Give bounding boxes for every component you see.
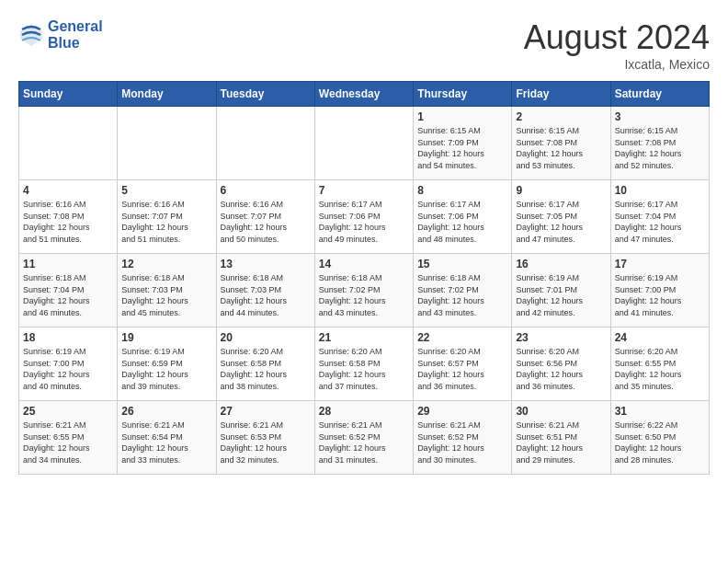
day-number: 14: [319, 258, 409, 270]
day-info: Sunrise: 6:20 AM Sunset: 6:56 PM Dayligh…: [516, 346, 606, 392]
day-number: 20: [221, 331, 311, 344]
calendar-cell: 2Sunrise: 6:15 AM Sunset: 7:08 PM Daylig…: [512, 107, 610, 180]
day-number: 31: [615, 405, 705, 418]
calendar-cell: 30Sunrise: 6:21 AM Sunset: 6:51 PM Dayli…: [512, 401, 610, 475]
header-row: SundayMondayTuesdayWednesdayThursdayFrid…: [19, 82, 710, 107]
calendar-week-row: 11Sunrise: 6:18 AM Sunset: 7:04 PM Dayli…: [19, 254, 710, 327]
day-info: Sunrise: 6:20 AM Sunset: 6:55 PM Dayligh…: [615, 346, 705, 392]
calendar-cell: 8Sunrise: 6:17 AM Sunset: 7:06 PM Daylig…: [414, 180, 512, 254]
day-info: Sunrise: 6:18 AM Sunset: 7:03 PM Dayligh…: [121, 272, 211, 318]
calendar-cell: 5Sunrise: 6:16 AM Sunset: 7:07 PM Daylig…: [118, 180, 216, 254]
calendar-cell: 3Sunrise: 6:15 AM Sunset: 7:08 PM Daylig…: [610, 107, 709, 180]
day-info: Sunrise: 6:18 AM Sunset: 7:02 PM Dayligh…: [319, 272, 409, 318]
day-info: Sunrise: 6:19 AM Sunset: 6:59 PM Dayligh…: [121, 346, 211, 392]
day-number: 4: [23, 184, 113, 197]
day-info: Sunrise: 6:21 AM Sunset: 6:55 PM Dayligh…: [23, 419, 113, 465]
day-info: Sunrise: 6:15 AM Sunset: 7:09 PM Dayligh…: [417, 125, 507, 171]
logo-subtext: Blue: [48, 35, 103, 52]
day-number: 13: [221, 258, 311, 270]
weekday-header: Thursday: [414, 82, 512, 107]
day-info: Sunrise: 6:15 AM Sunset: 7:08 PM Dayligh…: [516, 125, 606, 171]
day-number: 29: [417, 405, 507, 418]
calendar-cell: 29Sunrise: 6:21 AM Sunset: 6:52 PM Dayli…: [414, 401, 512, 475]
calendar-cell: 9Sunrise: 6:17 AM Sunset: 7:05 PM Daylig…: [512, 180, 610, 254]
calendar-cell: 26Sunrise: 6:21 AM Sunset: 6:54 PM Dayli…: [118, 401, 216, 475]
calendar-cell: 12Sunrise: 6:18 AM Sunset: 7:03 PM Dayli…: [118, 254, 216, 327]
day-info: Sunrise: 6:20 AM Sunset: 6:58 PM Dayligh…: [319, 346, 409, 392]
day-info: Sunrise: 6:16 AM Sunset: 7:08 PM Dayligh…: [23, 199, 113, 245]
calendar-week-row: 18Sunrise: 6:19 AM Sunset: 7:00 PM Dayli…: [19, 327, 710, 401]
calendar-cell: 23Sunrise: 6:20 AM Sunset: 6:56 PM Dayli…: [512, 327, 610, 401]
day-number: 25: [23, 405, 113, 418]
day-info: Sunrise: 6:21 AM Sunset: 6:54 PM Dayligh…: [121, 419, 211, 465]
page-header: General Blue August 2024 Ixcatla, Mexico: [18, 18, 710, 72]
calendar-cell: 18Sunrise: 6:19 AM Sunset: 7:00 PM Dayli…: [19, 327, 118, 401]
calendar-week-row: 4Sunrise: 6:16 AM Sunset: 7:08 PM Daylig…: [19, 180, 710, 254]
day-number: 24: [615, 331, 705, 344]
day-info: Sunrise: 6:21 AM Sunset: 6:52 PM Dayligh…: [319, 419, 409, 465]
calendar-week-row: 25Sunrise: 6:21 AM Sunset: 6:55 PM Dayli…: [19, 401, 710, 475]
day-number: 5: [121, 184, 211, 197]
day-info: Sunrise: 6:18 AM Sunset: 7:04 PM Dayligh…: [23, 272, 113, 318]
day-number: 11: [23, 258, 113, 270]
day-info: Sunrise: 6:16 AM Sunset: 7:07 PM Dayligh…: [221, 199, 311, 245]
day-number: 16: [516, 258, 606, 270]
calendar-cell: 16Sunrise: 6:19 AM Sunset: 7:01 PM Dayli…: [512, 254, 610, 327]
day-info: Sunrise: 6:18 AM Sunset: 7:02 PM Dayligh…: [417, 272, 507, 318]
logo-icon: [18, 22, 44, 48]
calendar-cell: 15Sunrise: 6:18 AM Sunset: 7:02 PM Dayli…: [414, 254, 512, 327]
calendar-cell: 31Sunrise: 6:22 AM Sunset: 6:50 PM Dayli…: [610, 401, 709, 475]
weekday-header: Friday: [512, 82, 610, 107]
day-info: Sunrise: 6:18 AM Sunset: 7:03 PM Dayligh…: [221, 272, 311, 318]
calendar-cell: [19, 107, 118, 180]
calendar-week-row: 1Sunrise: 6:15 AM Sunset: 7:09 PM Daylig…: [19, 107, 710, 180]
calendar-cell: 1Sunrise: 6:15 AM Sunset: 7:09 PM Daylig…: [414, 107, 512, 180]
logo-text: General: [48, 18, 103, 35]
calendar-cell: 11Sunrise: 6:18 AM Sunset: 7:04 PM Dayli…: [19, 254, 118, 327]
day-number: 19: [121, 331, 211, 344]
day-number: 23: [516, 331, 606, 344]
day-number: 28: [319, 405, 409, 418]
day-number: 9: [516, 184, 606, 197]
day-info: Sunrise: 6:20 AM Sunset: 6:57 PM Dayligh…: [417, 346, 507, 392]
calendar-cell: [216, 107, 314, 180]
calendar-cell: 27Sunrise: 6:21 AM Sunset: 6:53 PM Dayli…: [216, 401, 314, 475]
day-info: Sunrise: 6:21 AM Sunset: 6:52 PM Dayligh…: [417, 419, 507, 465]
location: Ixcatla, Mexico: [524, 57, 710, 72]
logo: General Blue: [18, 18, 103, 51]
calendar-cell: 7Sunrise: 6:17 AM Sunset: 7:06 PM Daylig…: [314, 180, 413, 254]
calendar-cell: 14Sunrise: 6:18 AM Sunset: 7:02 PM Dayli…: [314, 254, 413, 327]
day-info: Sunrise: 6:17 AM Sunset: 7:04 PM Dayligh…: [615, 199, 705, 245]
calendar-cell: 19Sunrise: 6:19 AM Sunset: 6:59 PM Dayli…: [118, 327, 216, 401]
calendar-cell: 24Sunrise: 6:20 AM Sunset: 6:55 PM Dayli…: [610, 327, 709, 401]
calendar-cell: 21Sunrise: 6:20 AM Sunset: 6:58 PM Dayli…: [314, 327, 413, 401]
day-number: 18: [23, 331, 113, 344]
day-info: Sunrise: 6:22 AM Sunset: 6:50 PM Dayligh…: [615, 419, 705, 465]
weekday-header: Monday: [118, 82, 216, 107]
day-number: 10: [615, 184, 705, 197]
weekday-header: Saturday: [610, 82, 709, 107]
day-number: 26: [121, 405, 211, 418]
day-number: 3: [615, 110, 705, 123]
weekday-header: Tuesday: [216, 82, 314, 107]
title-block: August 2024 Ixcatla, Mexico: [524, 18, 710, 72]
day-number: 2: [516, 110, 606, 123]
day-info: Sunrise: 6:21 AM Sunset: 6:53 PM Dayligh…: [221, 419, 311, 465]
weekday-header: Wednesday: [314, 82, 413, 107]
day-info: Sunrise: 6:15 AM Sunset: 7:08 PM Dayligh…: [615, 125, 705, 171]
calendar-cell: 13Sunrise: 6:18 AM Sunset: 7:03 PM Dayli…: [216, 254, 314, 327]
day-number: 17: [615, 258, 705, 270]
day-info: Sunrise: 6:20 AM Sunset: 6:58 PM Dayligh…: [221, 346, 311, 392]
calendar-cell: 22Sunrise: 6:20 AM Sunset: 6:57 PM Dayli…: [414, 327, 512, 401]
day-info: Sunrise: 6:19 AM Sunset: 7:00 PM Dayligh…: [615, 272, 705, 318]
day-info: Sunrise: 6:19 AM Sunset: 7:01 PM Dayligh…: [516, 272, 606, 318]
day-number: 8: [417, 184, 507, 197]
day-number: 27: [221, 405, 311, 418]
day-number: 15: [417, 258, 507, 270]
day-number: 30: [516, 405, 606, 418]
calendar-cell: 4Sunrise: 6:16 AM Sunset: 7:08 PM Daylig…: [19, 180, 118, 254]
month-year: August 2024: [524, 18, 710, 57]
calendar-cell: 17Sunrise: 6:19 AM Sunset: 7:00 PM Dayli…: [610, 254, 709, 327]
day-number: 21: [319, 331, 409, 344]
calendar-cell: [118, 107, 216, 180]
